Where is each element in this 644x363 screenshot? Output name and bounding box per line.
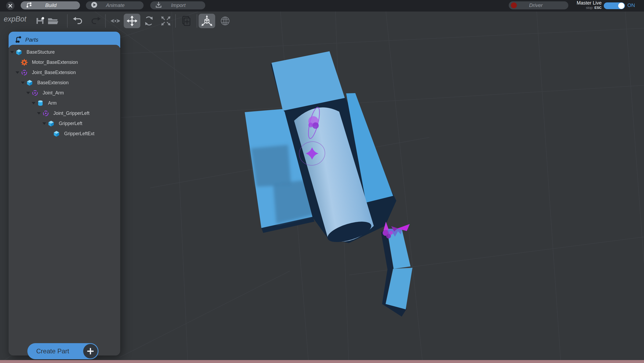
tree-item-label: Joint_BaseExtension <box>32 70 76 75</box>
joint-blob <box>308 123 313 127</box>
duplicate-icon <box>181 15 192 27</box>
download-icon <box>155 1 162 10</box>
app-title: expBot <box>4 15 26 23</box>
tree-item-motor_baseextension[interactable]: Motor_BaseExtension <box>9 57 120 67</box>
local-axis-button[interactable] <box>199 14 215 28</box>
tab-build[interactable]: Build <box>21 1 80 9</box>
tab-animate-label: Animate <box>98 2 144 8</box>
tab-animate[interactable]: Animate <box>86 1 144 9</box>
tree-item-label: Joint_Arm <box>43 90 64 96</box>
tree-item-label: Joint_GripperLeft <box>53 111 89 116</box>
cube-icon <box>48 120 54 127</box>
toolbar-divider <box>175 14 176 28</box>
master-live-stop-hint: stop: ESC <box>569 6 602 10</box>
scale-icon <box>160 16 171 26</box>
rotate-icon <box>144 16 154 26</box>
close-button[interactable] <box>6 2 14 10</box>
gizmo-hub <box>389 231 393 235</box>
tree-item-gripperleft[interactable]: GripperLeft <box>9 118 120 129</box>
expander-icon[interactable] <box>10 51 14 53</box>
parts-panel-title: Parts <box>25 36 38 43</box>
tree-item-joint_gripperleft[interactable]: Joint_GripperLeft <box>9 108 120 118</box>
master-live-toggle[interactable] <box>604 2 625 9</box>
toolbar-divider <box>197 14 197 28</box>
create-part-label: Create Part <box>36 347 83 355</box>
scale-tool-button[interactable] <box>159 13 173 29</box>
parts-tree: BaseStuctureMotor_BaseExtensionJoint_Bas… <box>9 47 120 139</box>
tree-item-joint_baseextension[interactable]: Joint_BaseExtension <box>9 67 120 78</box>
expander-icon[interactable] <box>37 112 41 115</box>
globe-icon <box>220 16 230 26</box>
tab-import[interactable]: Import <box>150 1 205 9</box>
open-folder-icon <box>47 16 59 26</box>
joint-icon <box>42 110 49 117</box>
tree-item-label: GripperLeft <box>59 121 82 126</box>
parts-panel-body: BaseStuctureMotor_BaseExtensionJoint_Bas… <box>9 45 120 355</box>
eye-icon <box>109 17 121 25</box>
robot-gripper-arm[interactable] <box>381 229 412 317</box>
axis-gizmo-icon <box>201 15 213 27</box>
master-live-block: Master Live stop: ESC <box>569 1 602 10</box>
close-icon <box>8 4 12 8</box>
play-icon <box>91 1 98 10</box>
toggle-knob[interactable] <box>618 3 624 9</box>
tree-item-label: Arm <box>48 100 57 106</box>
record-dot-icon <box>511 2 517 8</box>
joint-icon <box>21 69 28 76</box>
plus-icon <box>83 344 98 358</box>
tree-item-label: BaseExtension <box>37 80 69 86</box>
expander-icon[interactable] <box>21 81 25 84</box>
redo-button[interactable] <box>90 13 101 29</box>
save-button[interactable] <box>35 13 45 29</box>
bottom-edge-strip <box>0 360 644 363</box>
redo-icon <box>90 16 101 26</box>
tree-item-arm[interactable]: Arm <box>9 98 120 108</box>
master-live-label: Master Live <box>569 1 602 6</box>
toolbar-divider <box>105 14 106 28</box>
tree-item-label: BaseStucture <box>27 49 55 55</box>
move-icon <box>127 16 137 26</box>
tab-import-label: Import <box>162 2 205 8</box>
top-bar: Build Animate Import Driver Master <box>0 0 644 12</box>
driver-label: Driver <box>517 2 568 8</box>
node-graph-icon <box>14 35 23 44</box>
tree-item-label: GripperLeftExt <box>64 131 94 137</box>
create-part-button[interactable]: Create Part <box>27 343 98 359</box>
toolbar-divider <box>67 14 68 28</box>
gear-icon <box>21 59 28 66</box>
driver-button[interactable]: Driver <box>509 1 568 9</box>
cube-icon <box>26 79 33 86</box>
global-axis-button[interactable] <box>219 13 232 29</box>
open-file-button[interactable] <box>46 13 60 29</box>
rotate-tool-button[interactable] <box>142 13 155 29</box>
master-live-state: ON <box>627 2 635 8</box>
visibility-button[interactable] <box>109 13 122 29</box>
tree-item-joint_arm[interactable]: Joint_Arm <box>9 88 120 98</box>
toolbar: expBot <box>0 13 241 29</box>
tab-build-label: Build <box>32 2 80 8</box>
tree-item-label: Motor_BaseExtension <box>32 60 78 65</box>
undo-icon <box>73 16 83 26</box>
undo-button[interactable] <box>71 13 85 29</box>
expander-icon[interactable] <box>32 102 35 104</box>
node-graph-icon <box>25 1 32 10</box>
expander-icon[interactable] <box>16 71 19 74</box>
tree-item-basestucture[interactable]: BaseStucture <box>9 47 120 57</box>
parts-panel: Parts BaseStuctureMotor_BaseExtensionJoi… <box>9 32 120 355</box>
move-tool-button[interactable] <box>124 14 140 28</box>
cube-icon <box>16 49 22 56</box>
expander-placeholder <box>48 132 52 135</box>
cylinder-icon <box>37 100 44 107</box>
duplicate-button[interactable] <box>180 13 193 29</box>
joint-blob <box>312 122 319 129</box>
cube-icon <box>53 130 60 137</box>
expander-placeholder <box>16 61 19 64</box>
expander-icon[interactable] <box>42 122 46 125</box>
tree-item-baseextension[interactable]: BaseExtension <box>9 78 120 88</box>
tree-item-gripperleftext[interactable]: GripperLeftExt <box>9 129 120 139</box>
joint-icon <box>32 90 38 96</box>
expander-icon[interactable] <box>26 91 30 94</box>
save-icon <box>35 16 45 26</box>
